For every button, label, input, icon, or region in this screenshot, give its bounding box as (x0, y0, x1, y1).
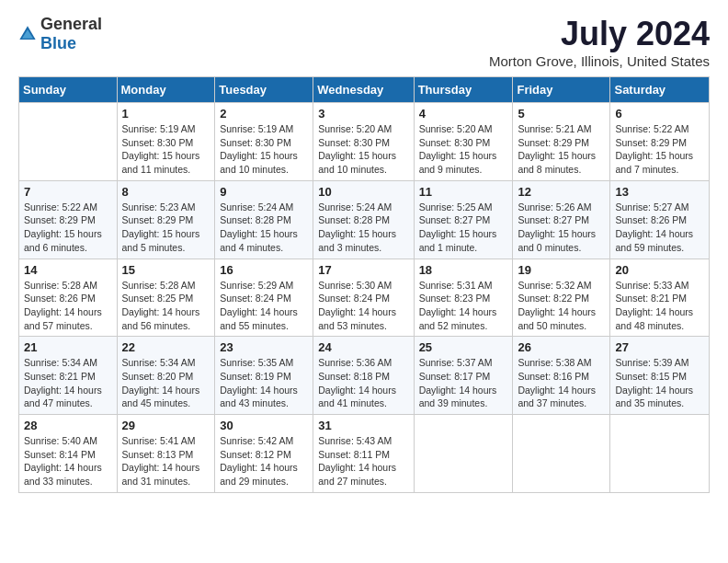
day-info: Sunrise: 5:43 AMSunset: 8:11 PMDaylight:… (318, 434, 408, 488)
day-info: Sunrise: 5:27 AMSunset: 8:26 PMDaylight:… (615, 201, 704, 255)
calendar-cell (610, 415, 710, 493)
logo: General Blue (18, 15, 102, 53)
calendar-cell: 15Sunrise: 5:28 AMSunset: 8:25 PMDayligh… (117, 259, 215, 337)
day-number: 28 (24, 419, 112, 432)
calendar-header-row: SundayMondayTuesdayWednesdayThursdayFrid… (19, 77, 710, 103)
day-number: 1 (122, 107, 210, 121)
calendar-cell: 27Sunrise: 5:39 AMSunset: 8:15 PMDayligh… (610, 337, 710, 415)
calendar-cell: 26Sunrise: 5:38 AMSunset: 8:16 PMDayligh… (513, 337, 610, 415)
header-thursday: Thursday (414, 77, 513, 103)
day-info: Sunrise: 5:30 AMSunset: 8:24 PMDaylight:… (318, 279, 408, 333)
day-number: 24 (318, 340, 408, 354)
day-number: 19 (518, 263, 605, 277)
header-sunday: Sunday (19, 77, 118, 103)
day-number: 3 (318, 107, 408, 121)
month-title: July 2024 (489, 15, 710, 53)
calendar-cell: 9Sunrise: 5:24 AMSunset: 8:28 PMDaylight… (215, 180, 313, 259)
day-info: Sunrise: 5:20 AMSunset: 8:30 PMDaylight:… (318, 122, 408, 177)
day-number: 22 (122, 340, 210, 354)
day-info: Sunrise: 5:37 AMSunset: 8:17 PMDaylight:… (419, 356, 508, 410)
title-block: July 2024 Morton Grove, Illinois, United… (489, 15, 710, 69)
calendar-week-row: 1Sunrise: 5:19 AMSunset: 8:30 PMDaylight… (19, 103, 710, 181)
day-number: 15 (122, 263, 210, 277)
day-number: 9 (220, 185, 308, 199)
header-tuesday: Tuesday (215, 77, 313, 103)
day-number: 21 (24, 340, 112, 354)
calendar-week-row: 7Sunrise: 5:22 AMSunset: 8:29 PMDaylight… (19, 180, 710, 259)
day-info: Sunrise: 5:20 AMSunset: 8:30 PMDaylight:… (419, 122, 508, 177)
calendar-week-row: 21Sunrise: 5:34 AMSunset: 8:21 PMDayligh… (19, 337, 710, 415)
header-friday: Friday (513, 77, 610, 103)
day-info: Sunrise: 5:29 AMSunset: 8:24 PMDaylight:… (220, 279, 308, 333)
day-info: Sunrise: 5:42 AMSunset: 8:12 PMDaylight:… (220, 434, 308, 488)
calendar-cell: 29Sunrise: 5:41 AMSunset: 8:13 PMDayligh… (117, 415, 215, 493)
calendar-cell: 11Sunrise: 5:25 AMSunset: 8:27 PMDayligh… (414, 180, 513, 259)
day-number: 14 (24, 263, 112, 277)
calendar-cell: 1Sunrise: 5:19 AMSunset: 8:30 PMDaylight… (117, 103, 215, 181)
calendar-cell: 7Sunrise: 5:22 AMSunset: 8:29 PMDaylight… (19, 180, 118, 259)
calendar-cell: 6Sunrise: 5:22 AMSunset: 8:29 PMDaylight… (610, 103, 710, 181)
day-number: 12 (518, 185, 605, 199)
header-saturday: Saturday (610, 77, 710, 103)
calendar-cell (513, 415, 610, 493)
day-info: Sunrise: 5:38 AMSunset: 8:16 PMDaylight:… (518, 356, 605, 410)
logo-icon (18, 25, 37, 43)
day-info: Sunrise: 5:19 AMSunset: 8:30 PMDaylight:… (220, 122, 308, 177)
calendar-cell: 20Sunrise: 5:33 AMSunset: 8:21 PMDayligh… (610, 259, 710, 337)
day-number: 18 (419, 263, 508, 277)
calendar-cell: 23Sunrise: 5:35 AMSunset: 8:19 PMDayligh… (215, 337, 313, 415)
day-info: Sunrise: 5:19 AMSunset: 8:30 PMDaylight:… (122, 122, 210, 177)
day-info: Sunrise: 5:34 AMSunset: 8:20 PMDaylight:… (122, 356, 210, 410)
day-number: 25 (419, 340, 508, 354)
day-info: Sunrise: 5:28 AMSunset: 8:26 PMDaylight:… (24, 279, 112, 333)
header-wednesday: Wednesday (313, 77, 414, 103)
day-info: Sunrise: 5:22 AMSunset: 8:29 PMDaylight:… (615, 122, 704, 177)
day-info: Sunrise: 5:25 AMSunset: 8:27 PMDaylight:… (419, 201, 508, 255)
calendar-table: SundayMondayTuesdayWednesdayThursdayFrid… (18, 76, 710, 493)
day-info: Sunrise: 5:39 AMSunset: 8:15 PMDaylight:… (615, 356, 704, 410)
day-number: 2 (220, 107, 308, 121)
day-number: 26 (518, 340, 605, 354)
day-number: 11 (419, 185, 508, 199)
day-number: 5 (518, 107, 605, 121)
day-number: 13 (615, 185, 704, 199)
day-number: 31 (318, 419, 408, 432)
calendar-cell (414, 415, 513, 493)
calendar-cell: 21Sunrise: 5:34 AMSunset: 8:21 PMDayligh… (19, 337, 118, 415)
calendar-cell: 10Sunrise: 5:24 AMSunset: 8:28 PMDayligh… (313, 180, 414, 259)
day-info: Sunrise: 5:32 AMSunset: 8:22 PMDaylight:… (518, 279, 605, 333)
calendar-cell: 13Sunrise: 5:27 AMSunset: 8:26 PMDayligh… (610, 180, 710, 259)
calendar-week-row: 14Sunrise: 5:28 AMSunset: 8:26 PMDayligh… (19, 259, 710, 337)
calendar-cell: 24Sunrise: 5:36 AMSunset: 8:18 PMDayligh… (313, 337, 414, 415)
page-header: General Blue July 2024 Morton Grove, Ill… (18, 15, 710, 69)
day-number: 8 (122, 185, 210, 199)
day-number: 4 (419, 107, 508, 121)
calendar-cell: 4Sunrise: 5:20 AMSunset: 8:30 PMDaylight… (414, 103, 513, 181)
calendar-cell: 2Sunrise: 5:19 AMSunset: 8:30 PMDaylight… (215, 103, 313, 181)
day-number: 17 (318, 263, 408, 277)
day-info: Sunrise: 5:33 AMSunset: 8:21 PMDaylight:… (615, 279, 704, 333)
calendar-cell: 3Sunrise: 5:20 AMSunset: 8:30 PMDaylight… (313, 103, 414, 181)
calendar-cell: 14Sunrise: 5:28 AMSunset: 8:26 PMDayligh… (19, 259, 118, 337)
location-title: Morton Grove, Illinois, United States (489, 53, 710, 69)
calendar-cell: 8Sunrise: 5:23 AMSunset: 8:29 PMDaylight… (117, 180, 215, 259)
day-number: 20 (615, 263, 704, 277)
day-number: 16 (220, 263, 308, 277)
day-info: Sunrise: 5:23 AMSunset: 8:29 PMDaylight:… (122, 201, 210, 255)
day-info: Sunrise: 5:36 AMSunset: 8:18 PMDaylight:… (318, 356, 408, 410)
calendar-cell: 22Sunrise: 5:34 AMSunset: 8:20 PMDayligh… (117, 337, 215, 415)
day-info: Sunrise: 5:40 AMSunset: 8:14 PMDaylight:… (24, 434, 112, 488)
day-number: 29 (122, 419, 210, 432)
day-info: Sunrise: 5:24 AMSunset: 8:28 PMDaylight:… (318, 201, 408, 255)
calendar-cell: 30Sunrise: 5:42 AMSunset: 8:12 PMDayligh… (215, 415, 313, 493)
day-number: 30 (220, 419, 308, 432)
day-number: 10 (318, 185, 408, 199)
calendar-cell: 18Sunrise: 5:31 AMSunset: 8:23 PMDayligh… (414, 259, 513, 337)
day-info: Sunrise: 5:21 AMSunset: 8:29 PMDaylight:… (518, 122, 605, 177)
calendar-week-row: 28Sunrise: 5:40 AMSunset: 8:14 PMDayligh… (19, 415, 710, 493)
calendar-cell: 19Sunrise: 5:32 AMSunset: 8:22 PMDayligh… (513, 259, 610, 337)
header-monday: Monday (117, 77, 215, 103)
calendar-cell: 5Sunrise: 5:21 AMSunset: 8:29 PMDaylight… (513, 103, 610, 181)
day-info: Sunrise: 5:28 AMSunset: 8:25 PMDaylight:… (122, 279, 210, 333)
day-info: Sunrise: 5:31 AMSunset: 8:23 PMDaylight:… (419, 279, 508, 333)
